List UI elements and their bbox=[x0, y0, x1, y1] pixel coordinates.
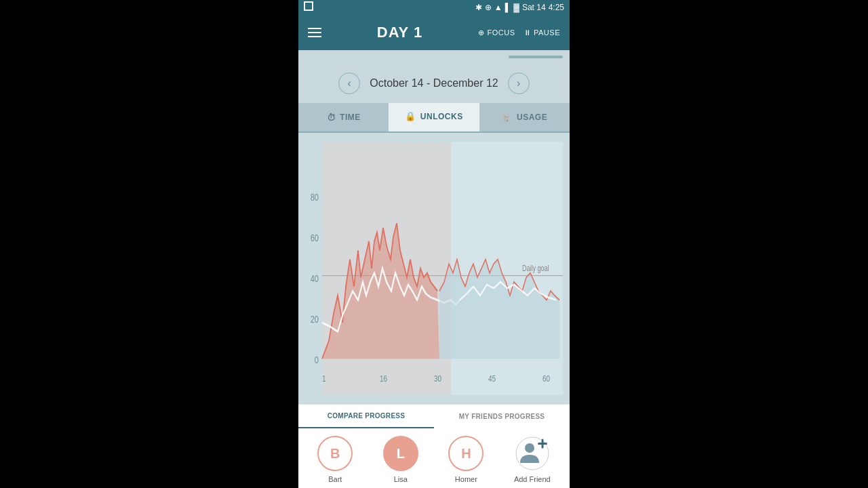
svg-text:60: 60 bbox=[311, 232, 319, 243]
svg-point-15 bbox=[516, 437, 549, 470]
status-bar-icons: ✱ ⊕ ▲ ▌ ▓ Sat 14 4:25 bbox=[475, 3, 564, 12]
status-bar: ✱ ⊕ ▲ ▌ ▓ Sat 14 4:25 bbox=[298, 0, 570, 15]
svg-text:16: 16 bbox=[380, 373, 387, 383]
svg-text:30: 30 bbox=[434, 373, 441, 383]
chart-area: 0 20 40 60 80 1 16 30 45 60 Daily goal bbox=[298, 133, 570, 404]
tab-unlocks[interactable]: 🔒 UNLOCKS bbox=[389, 103, 479, 131]
svg-text:Daily goal: Daily goal bbox=[522, 264, 549, 273]
add-friend-label: Add Friend bbox=[514, 475, 551, 483]
svg-text:60: 60 bbox=[542, 373, 550, 383]
friend-avatar-homer: H bbox=[448, 436, 484, 471]
signal-icon: ▌ bbox=[505, 3, 511, 12]
svg-text:0: 0 bbox=[315, 354, 319, 365]
app-header: DAY 1 ⊕ FOCUS ⏸ PAUSE bbox=[298, 15, 570, 50]
date-start: October 14 bbox=[370, 77, 423, 89]
chart-svg: 0 20 40 60 80 1 16 30 45 60 Daily goal bbox=[298, 133, 570, 404]
phone-frame: ✱ ⊕ ▲ ▌ ▓ Sat 14 4:25 DAY 1 ⊕ FOCUS ⏸ PA… bbox=[298, 0, 570, 488]
scroll-indicator bbox=[298, 50, 570, 64]
bluetooth-icon: ✱ bbox=[475, 3, 482, 12]
menu-icon[interactable] bbox=[308, 28, 321, 37]
lock-icon: 🔒 bbox=[405, 111, 416, 121]
friend-avatar-lisa: L bbox=[383, 436, 418, 471]
friend-initial-lisa: L bbox=[397, 446, 405, 462]
friend-lisa[interactable]: L Lisa bbox=[383, 436, 418, 483]
tab-usage[interactable]: 🐘 USAGE bbox=[479, 103, 570, 131]
usage-icon: 🐘 bbox=[501, 113, 513, 123]
add-friend[interactable]: Add Friend bbox=[514, 436, 551, 483]
compare-progress-label: COMPARE PROGRESS bbox=[328, 412, 406, 420]
svg-text:20: 20 bbox=[311, 313, 319, 325]
header-actions: ⊕ FOCUS ⏸ PAUSE bbox=[478, 28, 560, 37]
date-dash: - bbox=[427, 77, 433, 89]
status-bar-square bbox=[304, 1, 313, 11]
tab-time-label: TIME bbox=[340, 113, 361, 122]
friend-name-homer: Homer bbox=[455, 475, 477, 483]
svg-text:45: 45 bbox=[488, 373, 496, 383]
date-end: December 12 bbox=[433, 77, 498, 89]
friend-bart[interactable]: B Bart bbox=[317, 436, 353, 483]
wifi-icon: ▲ bbox=[494, 3, 502, 12]
svg-text:40: 40 bbox=[311, 272, 319, 284]
status-date: Sat 14 bbox=[522, 3, 546, 12]
friend-name-bart: Bart bbox=[328, 475, 342, 483]
battery-icon: ▓ bbox=[513, 3, 519, 12]
friends-section: B Bart L Lisa H Homer bbox=[298, 428, 570, 488]
friend-avatar-bart: B bbox=[317, 436, 353, 471]
focus-label: FOCUS bbox=[488, 28, 515, 37]
compare-progress-tab[interactable]: COMPARE PROGRESS bbox=[298, 405, 434, 428]
prev-date-button[interactable]: ‹ bbox=[338, 73, 360, 94]
focus-icon: ⊕ bbox=[478, 28, 485, 37]
friend-initial-bart: B bbox=[330, 446, 340, 462]
pause-icon: ⏸ bbox=[524, 28, 532, 37]
focus-button[interactable]: ⊕ FOCUS bbox=[478, 28, 515, 37]
svg-rect-18 bbox=[541, 439, 543, 449]
status-time: 4:25 bbox=[549, 3, 564, 12]
svg-text:80: 80 bbox=[311, 191, 319, 203]
network-icon: ⊕ bbox=[485, 3, 492, 12]
date-range-bar: ‹ October 14 - December 12 › bbox=[298, 64, 570, 103]
friend-initial-homer: H bbox=[461, 446, 471, 462]
time-icon: ⏱ bbox=[327, 113, 336, 123]
add-friend-icon bbox=[515, 436, 550, 471]
add-friend-avatar bbox=[515, 436, 550, 471]
svg-point-16 bbox=[525, 443, 534, 453]
tab-usage-label: USAGE bbox=[517, 113, 547, 122]
friend-homer[interactable]: H Homer bbox=[448, 436, 484, 483]
page-title: DAY 1 bbox=[377, 24, 422, 41]
friends-progress-label: MY FRIENDS PROGRESS bbox=[459, 413, 545, 420]
svg-text:1: 1 bbox=[322, 373, 326, 383]
tab-unlocks-label: UNLOCKS bbox=[420, 112, 463, 121]
tab-time[interactable]: ⏱ TIME bbox=[298, 103, 389, 131]
pause-button[interactable]: ⏸ PAUSE bbox=[524, 28, 560, 37]
friends-progress-tab[interactable]: MY FRIENDS PROGRESS bbox=[434, 405, 570, 428]
date-range-text: October 14 - December 12 bbox=[370, 77, 498, 89]
scroll-bar bbox=[509, 56, 563, 58]
next-date-button[interactable]: › bbox=[508, 73, 530, 94]
metric-tabs: ⏱ TIME 🔒 UNLOCKS 🐘 USAGE bbox=[298, 103, 570, 133]
bottom-tabs: COMPARE PROGRESS MY FRIENDS PROGRESS bbox=[298, 404, 570, 428]
friend-name-lisa: Lisa bbox=[394, 475, 408, 483]
pause-label: PAUSE bbox=[534, 28, 560, 37]
